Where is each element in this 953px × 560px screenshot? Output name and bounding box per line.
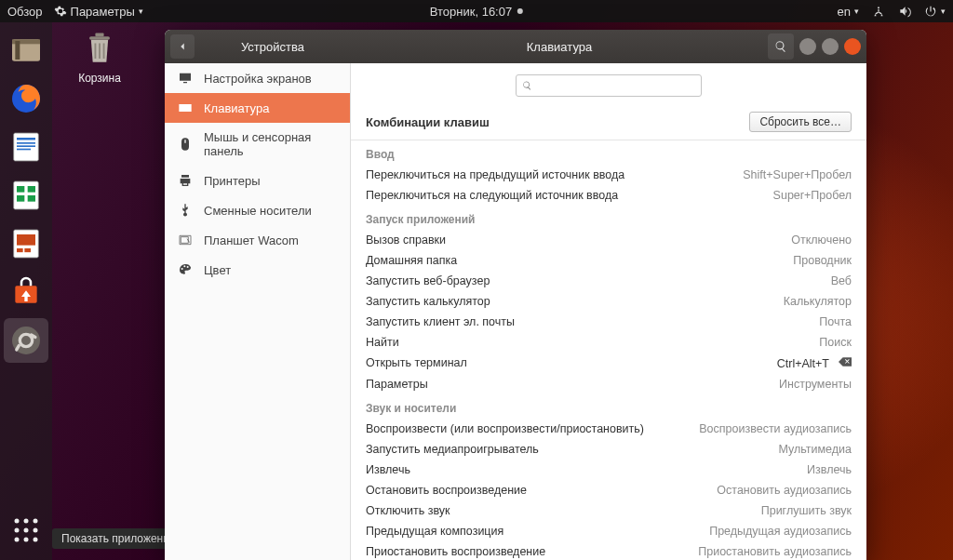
- shortcut-row[interactable]: Переключиться на следующий источник ввод…: [351, 185, 866, 206]
- shortcut-row[interactable]: Предыдущая композицияПредыдущая аудиозап…: [351, 521, 866, 541]
- shortcut-value: Проводник: [793, 254, 852, 267]
- shortcut-label: Предыдущая композиция: [366, 525, 503, 538]
- svg-point-27: [34, 528, 38, 533]
- shortcut-row[interactable]: ИзвлечьИзвлечь: [351, 460, 866, 480]
- activities-button[interactable]: Обзор: [7, 5, 43, 19]
- svg-rect-11: [28, 186, 35, 193]
- show-apps-button[interactable]: [4, 508, 48, 553]
- sidebar-title: Устройства: [204, 40, 342, 54]
- shortcut-row[interactable]: Остановить воспроизведениеОстановить ауд…: [351, 480, 866, 500]
- desktop-trash-label: Корзина: [67, 72, 132, 85]
- shortcut-value: Super+Пробел: [773, 189, 852, 202]
- shortcut-label: Запустить клиент эл. почты: [366, 315, 515, 328]
- svg-rect-10: [17, 186, 24, 193]
- shortcut-row[interactable]: Запустить веб-браузерВеб: [351, 271, 866, 291]
- dock-settings[interactable]: [4, 318, 48, 363]
- sidebar-item-printers[interactable]: Принтеры: [165, 166, 350, 195]
- shortcut-row[interactable]: Домашняя папкаПроводник: [351, 250, 866, 271]
- search-icon: [522, 80, 532, 91]
- dock-impress[interactable]: [4, 221, 48, 266]
- sidebar: Настройка экранов Клавиатура Мышь и сенс…: [165, 63, 351, 560]
- titlebar[interactable]: Устройства Клавиатура: [165, 30, 866, 63]
- shortcut-value: Мультимедиа: [778, 443, 852, 456]
- section-title: Ввод: [351, 140, 866, 165]
- usb-icon: [178, 203, 193, 218]
- shortcut-label: Запустить медиапроигрыватель: [366, 443, 539, 456]
- app-menu[interactable]: Параметры ▾: [54, 5, 143, 19]
- printer-icon: [178, 173, 193, 188]
- shortcut-search-input[interactable]: [538, 79, 695, 92]
- shortcut-value: Отключено: [791, 233, 852, 247]
- shortcut-label: Воспроизвести (или воспроизвести/приоста…: [366, 422, 644, 435]
- sidebar-item-color[interactable]: Цвет: [165, 255, 350, 285]
- dock: [0, 22, 52, 560]
- sidebar-item-wacom[interactable]: Планшет Wacom: [165, 225, 350, 255]
- main-panel: Комбинации клавиш Сбросить все… ВводПере…: [351, 63, 866, 560]
- shortcut-row[interactable]: ПараметрыИнструменты: [351, 374, 866, 394]
- minimize-button[interactable]: [799, 38, 816, 55]
- svg-rect-5: [17, 138, 35, 140]
- sidebar-item-removable[interactable]: Сменные носители: [165, 195, 350, 225]
- svg-rect-2: [15, 41, 20, 60]
- sidebar-item-displays[interactable]: Настройка экранов: [165, 63, 350, 93]
- tablet-icon: [178, 233, 193, 247]
- svg-point-22: [15, 519, 20, 524]
- volume-icon[interactable]: [898, 5, 911, 18]
- shortcut-row[interactable]: Запустить клиент эл. почтыПочта: [351, 312, 866, 332]
- desktop-trash[interactable]: Корзина: [67, 28, 132, 85]
- back-button[interactable]: [170, 34, 195, 59]
- shortcut-row[interactable]: Переключиться на предыдущий источник вво…: [351, 165, 866, 185]
- maximize-button[interactable]: [822, 38, 839, 55]
- dock-writer[interactable]: [4, 125, 48, 169]
- clock[interactable]: Вторник, 16:07: [430, 5, 523, 19]
- shortcut-value: Предыдущая аудиозапись: [709, 525, 852, 538]
- dock-firefox[interactable]: [4, 76, 48, 121]
- top-bar: Обзор Параметры ▾ Вторник, 16:07 en ▾ ▾: [0, 0, 953, 22]
- titlebar-search-button[interactable]: [768, 33, 794, 60]
- section-title: Запуск приложений: [351, 206, 866, 230]
- power-icon[interactable]: ▾: [924, 5, 946, 18]
- svg-point-29: [24, 538, 29, 542]
- color-icon: [178, 262, 193, 277]
- svg-rect-31: [89, 36, 110, 40]
- sidebar-item-keyboard[interactable]: Клавиатура: [165, 93, 350, 123]
- shortcut-search[interactable]: [516, 74, 702, 97]
- shortcut-row[interactable]: Вызов справкиОтключено: [351, 230, 866, 250]
- sidebar-item-mouse[interactable]: Мышь и сенсорная панель: [165, 123, 350, 166]
- shortcut-row[interactable]: Открыть терминалCtrl+Alt+T: [351, 353, 866, 374]
- svg-point-30: [34, 538, 38, 542]
- monitor-icon: [178, 71, 193, 86]
- shortcut-row[interactable]: Приостановить воспроизведениеПриостанови…: [351, 541, 866, 560]
- shortcut-value: Почта: [819, 315, 852, 328]
- svg-rect-32: [95, 33, 103, 37]
- shortcut-list[interactable]: ВводПереключиться на предыдущий источник…: [351, 140, 866, 560]
- settings-window: Устройства Клавиатура Настройка экранов …: [165, 30, 866, 560]
- section-title: Звук и носители: [351, 394, 866, 419]
- shortcut-value: Калькулятор: [784, 295, 852, 308]
- shortcut-value: Приостановить аудиозапись: [698, 545, 852, 558]
- network-icon[interactable]: [872, 5, 885, 18]
- shortcut-row[interactable]: Отключить звукПриглушить звук: [351, 500, 866, 521]
- shortcut-row[interactable]: Запустить калькуляторКалькулятор: [351, 291, 866, 312]
- shortcut-label: Переключиться на предыдущий источник вво…: [366, 168, 624, 181]
- svg-point-26: [24, 528, 29, 533]
- shortcut-row[interactable]: Запустить медиапроигрывательМультимедиа: [351, 439, 866, 460]
- shortcut-value: Ctrl+Alt+T: [777, 357, 829, 370]
- shortcut-row[interactable]: НайтиПоиск: [351, 332, 866, 353]
- reset-all-button[interactable]: Сбросить все…: [749, 112, 852, 132]
- dock-software[interactable]: [4, 270, 48, 314]
- svg-rect-6: [17, 142, 35, 144]
- dock-calc[interactable]: [4, 173, 48, 218]
- delete-shortcut-button[interactable]: [839, 356, 852, 370]
- input-lang[interactable]: en ▾: [838, 5, 859, 19]
- shortcut-value: Shift+Super+Пробел: [743, 168, 852, 181]
- svg-rect-17: [24, 248, 31, 252]
- svg-point-25: [15, 528, 20, 533]
- dock-files[interactable]: [4, 28, 48, 73]
- svg-rect-7: [17, 145, 35, 147]
- close-button[interactable]: [844, 38, 861, 55]
- shortcut-row[interactable]: Воспроизвести (или воспроизвести/приоста…: [351, 419, 866, 439]
- svg-rect-13: [28, 195, 35, 202]
- trash-icon: [79, 28, 120, 69]
- shortcut-label: Отключить звук: [366, 504, 450, 517]
